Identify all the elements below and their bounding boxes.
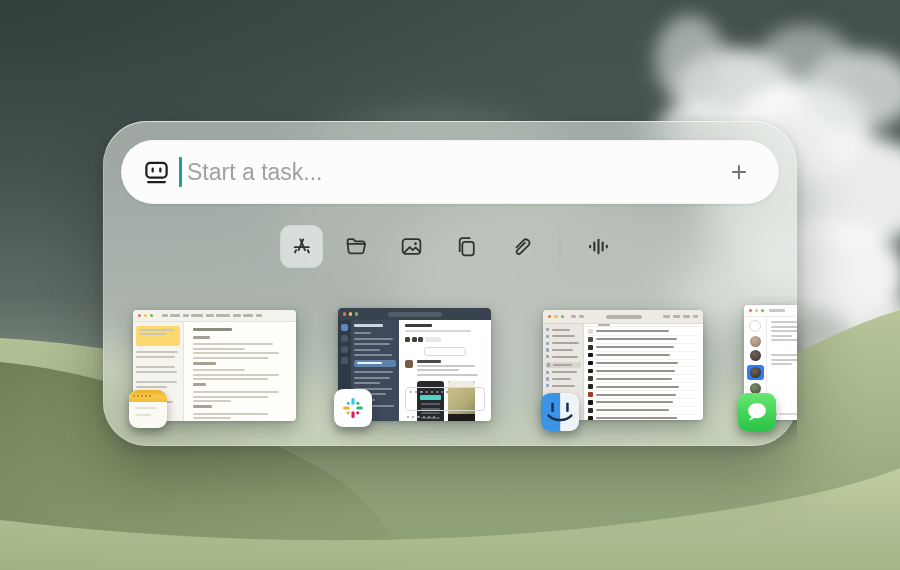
- waveform-icon: [586, 234, 611, 259]
- finder-file-row[interactable]: [588, 399, 699, 407]
- finder-file-row[interactable]: [588, 367, 699, 375]
- task-launcher-panel: +: [103, 121, 797, 446]
- attachment-tool-button[interactable]: [500, 225, 543, 268]
- messages-titlebar: [744, 305, 797, 317]
- attachment-toolbar: [103, 225, 797, 268]
- task-search-bar[interactable]: +: [121, 140, 779, 204]
- images-tool-button[interactable]: [390, 225, 433, 268]
- finder-file-row[interactable]: [588, 383, 699, 391]
- finder-file-row[interactable]: [588, 344, 699, 352]
- apps-icon: [289, 234, 314, 259]
- notes-titlebar: [133, 310, 296, 322]
- finder-file-row[interactable]: [588, 328, 699, 336]
- finder-file-row[interactable]: [588, 407, 699, 415]
- apps-tool-button[interactable]: [280, 225, 323, 268]
- finder-file-row[interactable]: [588, 391, 699, 399]
- recent-windows-row: [103, 296, 797, 446]
- notes-content: [184, 322, 296, 421]
- slack-app-icon[interactable]: [334, 389, 372, 427]
- finder-file-list: [584, 324, 703, 420]
- messages-selected-conversation: [747, 365, 764, 380]
- finder-file-row[interactable]: [588, 352, 699, 360]
- finder-file-row[interactable]: [588, 375, 699, 383]
- slack-message-input: [405, 387, 485, 411]
- clipboard-tool-button[interactable]: [445, 225, 488, 268]
- image-icon: [399, 234, 424, 259]
- add-task-button[interactable]: +: [713, 140, 765, 204]
- finder-file-row[interactable]: [588, 360, 699, 368]
- notes-selected-note: [136, 326, 180, 346]
- voice-tool-button[interactable]: [577, 225, 620, 268]
- copy-icon: [454, 234, 479, 259]
- task-input[interactable]: [121, 140, 779, 204]
- finder-file-row[interactable]: [588, 415, 699, 420]
- toolbar-divider: [559, 235, 561, 259]
- messages-app-icon[interactable]: [738, 393, 776, 431]
- notes-app-icon[interactable]: [129, 390, 167, 428]
- slack-selected-channel: [354, 360, 396, 367]
- finder-file-row[interactable]: [588, 336, 699, 344]
- folder-icon: [344, 234, 369, 259]
- slack-message-pane: [399, 320, 491, 421]
- paperclip-icon: [509, 234, 534, 259]
- slack-titlebar: [338, 308, 491, 320]
- files-tool-button[interactable]: [335, 225, 378, 268]
- desktop: +: [0, 0, 900, 570]
- finder-titlebar: [543, 310, 703, 324]
- finder-app-icon[interactable]: [541, 393, 579, 431]
